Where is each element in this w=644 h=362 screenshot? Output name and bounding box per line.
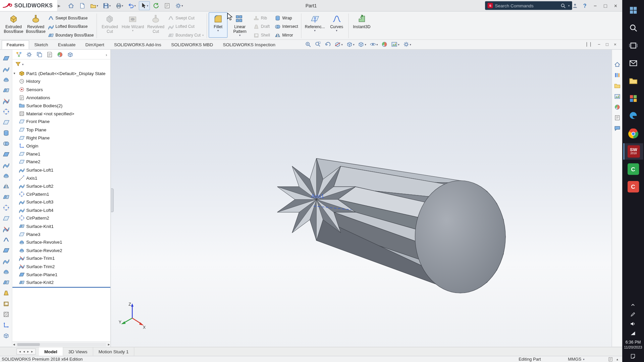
- tree-item-surface-loft4[interactable]: Surface-Loft4: [12, 206, 111, 214]
- doc-minimize-button[interactable]: −: [598, 42, 600, 47]
- tree-item-axis1[interactable]: Axis1: [12, 174, 111, 182]
- tree-item-surface-loft3[interactable]: Surface-Loft3: [12, 198, 111, 206]
- left-toolbar-button-2[interactable]: [2, 65, 10, 73]
- select-tool-button[interactable]: ▾: [139, 1, 150, 10]
- tab-features[interactable]: Features: [2, 40, 30, 49]
- left-toolbar-button-5[interactable]: [2, 97, 10, 105]
- left-toolbar-button-26[interactable]: [2, 321, 10, 329]
- tree-item-plane1[interactable]: Plane1: [12, 150, 111, 158]
- tab-model[interactable]: Model: [39, 347, 63, 356]
- view-orientation-button[interactable]: ▾: [346, 41, 355, 48]
- task-view-button[interactable]: [623, 37, 643, 54]
- previous-view-button[interactable]: [324, 41, 331, 48]
- search-icon[interactable]: [560, 3, 566, 8]
- left-toolbar-button-24[interactable]: [2, 300, 10, 307]
- tab-3d-views[interactable]: 3D Views: [63, 347, 93, 356]
- tree-item-cirpattern1[interactable]: CirPattern1: [12, 190, 111, 198]
- instant3d-button[interactable]: Instant3D: [350, 12, 373, 38]
- panel-splitter-handle[interactable]: [111, 188, 114, 212]
- cam-tab-icon[interactable]: [67, 51, 74, 58]
- next-tab-icon[interactable]: ►: [26, 350, 29, 353]
- hole-wizard-button[interactable]: Hole Wizard▾: [121, 12, 145, 38]
- pen-settings-button[interactable]: [629, 311, 637, 318]
- extruded-boss-button[interactable]: Extruded Boss/Base: [2, 12, 24, 38]
- left-toolbar-button-13[interactable]: [2, 183, 10, 190]
- left-toolbar-button-8[interactable]: [2, 129, 10, 137]
- print-button[interactable]: ▾: [114, 1, 125, 10]
- left-toolbar-button-20[interactable]: [2, 257, 10, 265]
- action-center-button[interactable]: [629, 353, 637, 360]
- doc-pane-button[interactable]: ❘❘: [585, 42, 593, 47]
- left-toolbar-button-23[interactable]: [2, 289, 10, 297]
- swept-cut-button[interactable]: Swept Cut: [167, 14, 205, 21]
- first-tab-icon[interactable]: ◄: [18, 350, 21, 353]
- tabs-expand-icon[interactable]: ›: [106, 52, 107, 57]
- scroll-right-icon[interactable]: ►: [107, 343, 111, 346]
- curves-button[interactable]: Curves▾: [327, 12, 346, 38]
- left-toolbar-button-18[interactable]: [2, 236, 10, 243]
- tab-evaluate[interactable]: Evaluate: [53, 40, 80, 49]
- menu-expand-icon[interactable]: ▶: [58, 3, 60, 7]
- search-dropdown-icon[interactable]: ▾: [568, 4, 570, 7]
- tree-item-surface-loft2[interactable]: Surface-Loft2: [12, 182, 111, 190]
- left-toolbar-button-6[interactable]: [2, 108, 10, 115]
- taskbar-search-button[interactable]: [623, 20, 643, 36]
- revolved-cut-button[interactable]: Revolved Cut: [145, 12, 167, 38]
- tree-horizontal-scrollbar[interactable]: ◄ ►: [12, 342, 111, 347]
- tree-item-sensors[interactable]: Sensors: [12, 85, 111, 94]
- lofted-cut-button[interactable]: Lofted Cut: [167, 23, 205, 30]
- tree-item-surface-revolve2[interactable]: Surface-Revolve2: [12, 246, 111, 254]
- design-library-icon[interactable]: [614, 72, 621, 78]
- tree-item-top-plane[interactable]: Top Plane: [12, 126, 111, 134]
- wrap-button[interactable]: Wrap: [274, 14, 299, 21]
- left-toolbar-button-11[interactable]: [2, 161, 10, 169]
- zoom-to-fit-button[interactable]: [305, 41, 312, 48]
- search-commands-box[interactable]: S ▾: [485, 1, 572, 10]
- left-toolbar-button-25[interactable]: [2, 311, 10, 318]
- taskbar-clock[interactable]: 6:36 PM 11/20/2023: [624, 340, 642, 350]
- tree-item-surface-knit1[interactable]: Surface-Knit1: [12, 222, 111, 230]
- search-scope-icon[interactable]: S: [487, 3, 493, 8]
- scroll-thumb[interactable]: [17, 343, 40, 346]
- tab-solidworks-mbd[interactable]: SOLIDWORKS MBD: [166, 40, 218, 49]
- doc-close-button[interactable]: ×: [614, 42, 616, 47]
- left-toolbar-button-14[interactable]: [2, 193, 10, 201]
- maximize-button[interactable]: □: [602, 3, 609, 9]
- graphics-viewport[interactable]: Axis1 Z Y X: [111, 50, 612, 347]
- prev-tab-icon[interactable]: ◄: [22, 350, 25, 353]
- tree-item-surface-knit2[interactable]: Surface-Knit2: [12, 279, 111, 287]
- tree-item-right-plane[interactable]: Right Plane: [12, 134, 111, 142]
- apply-scene-button[interactable]: ▾: [391, 41, 399, 48]
- tab-sketch[interactable]: Sketch: [29, 40, 53, 49]
- file-properties-button[interactable]: [162, 1, 172, 10]
- property-manager-tab-icon[interactable]: [26, 51, 33, 58]
- rib-button[interactable]: Rib: [252, 14, 271, 21]
- scroll-track[interactable]: [16, 343, 106, 346]
- shell-button[interactable]: Shell: [252, 32, 271, 39]
- volume-button[interactable]: [629, 320, 637, 327]
- swept-boss-button[interactable]: Swept Boss/Base: [47, 14, 95, 21]
- fillet-button[interactable]: Fillet▾: [209, 12, 227, 38]
- tree-item-surface-plane1[interactable]: Surface-Plane1: [12, 270, 111, 279]
- revolved-boss-button[interactable]: Revolved Boss/Base: [24, 12, 47, 38]
- left-toolbar-button-4[interactable]: [2, 86, 10, 94]
- left-toolbar-button-7[interactable]: [2, 119, 10, 126]
- solidworks-taskbar-button[interactable]: SW2018: [623, 143, 643, 160]
- new-document-button[interactable]: [77, 1, 87, 10]
- undo-button[interactable]: ▾: [126, 1, 138, 10]
- left-toolbar-button-22[interactable]: [2, 279, 10, 286]
- display-style-button[interactable]: ▾: [358, 41, 366, 48]
- edge-browser-button[interactable]: [623, 108, 643, 124]
- left-toolbar-button-16[interactable]: [2, 215, 10, 222]
- expand-icon[interactable]: ▾: [13, 71, 17, 75]
- last-tab-icon[interactable]: ►: [31, 350, 34, 353]
- gear-shaft-model[interactable]: Axis1: [111, 50, 612, 347]
- left-toolbar-button-17[interactable]: [2, 225, 10, 233]
- tab-solidworks-add-ins[interactable]: SOLIDWORKS Add-Ins: [109, 40, 166, 49]
- tab-motion-study-1[interactable]: Motion Study 1: [93, 347, 135, 356]
- left-toolbar-button-21[interactable]: [2, 268, 10, 276]
- configuration-manager-tab-icon[interactable]: [36, 51, 43, 58]
- app-red-button[interactable]: C: [623, 179, 643, 195]
- section-view-button[interactable]: ▾: [334, 41, 343, 48]
- mail-button[interactable]: [623, 55, 643, 71]
